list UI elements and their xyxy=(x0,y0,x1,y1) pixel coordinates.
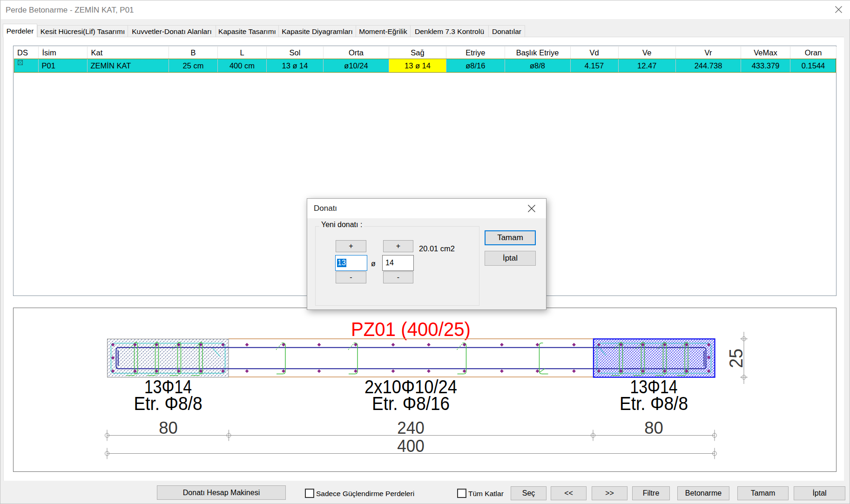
svg-text:Etr. Φ8/8: Etr. Φ8/8 xyxy=(134,393,202,414)
svg-text:Etr. Φ8/8: Etr. Φ8/8 xyxy=(620,393,688,414)
svg-text:400: 400 xyxy=(397,437,425,456)
svg-text:240: 240 xyxy=(397,418,425,437)
svg-text:PZ01 (400/25): PZ01 (400/25) xyxy=(351,318,471,340)
svg-text:80: 80 xyxy=(644,418,663,437)
svg-text:Etr. Φ8/16: Etr. Φ8/16 xyxy=(372,393,450,414)
svg-text:80: 80 xyxy=(159,418,178,437)
svg-text:25: 25 xyxy=(725,349,747,368)
